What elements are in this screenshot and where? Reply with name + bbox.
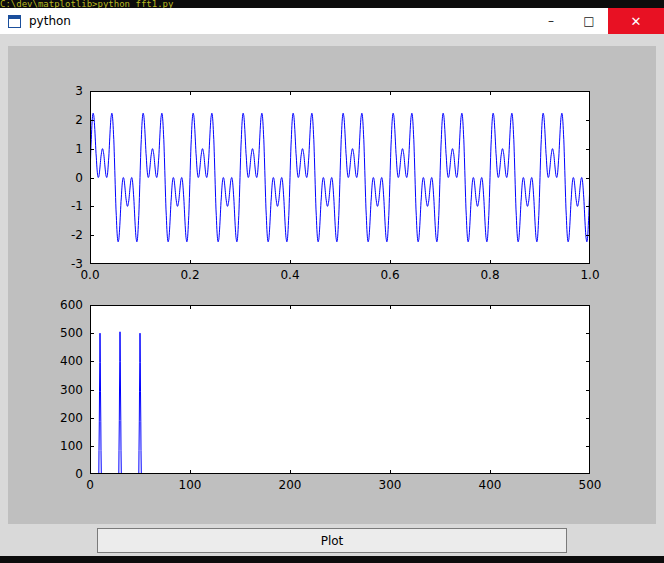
console-text: C:\dev\matplotlib>python fft1.py [0, 0, 173, 8]
y-tick-label: -3 [71, 257, 83, 271]
minimize-button[interactable]: – [532, 8, 570, 34]
spectrum-plot [90, 305, 590, 474]
y-tick-label: 1 [75, 142, 83, 156]
data-line [90, 332, 590, 474]
y-tick-label: -1 [71, 199, 83, 213]
close-icon: ✕ [631, 14, 642, 29]
window-title: python [29, 14, 71, 28]
waveform-plot [90, 91, 590, 264]
minimize-icon: – [548, 14, 554, 28]
y-tick-label: 300 [60, 383, 83, 397]
x-tick-label: 0.6 [380, 268, 399, 282]
x-tick-label: 0.4 [280, 268, 299, 282]
data-line [90, 113, 590, 242]
x-tick-label: 500 [579, 478, 602, 492]
maximize-button[interactable]: □ [570, 8, 608, 34]
y-tick-label: 2 [75, 113, 83, 127]
screen: C:\dev\matplotlib>python fft1.py python … [0, 0, 664, 563]
x-tick-label: 200 [279, 478, 302, 492]
background-console: C:\dev\matplotlib>python fft1.py [0, 0, 664, 8]
figure-canvas: 0.00.20.40.60.81.0-3-2-10123 01002003004… [8, 46, 656, 524]
y-tick-label: 0 [75, 171, 83, 185]
python-window: python – □ ✕ 0.00.20.40.60.81.0-3-2-1012… [0, 8, 664, 556]
y-tick-label: 100 [60, 439, 83, 453]
x-tick-label: 400 [479, 478, 502, 492]
x-tick-label: 0.0 [80, 268, 99, 282]
titlebar: python – □ ✕ [0, 8, 664, 34]
y-tick-label: 400 [60, 354, 83, 368]
y-tick-label: 500 [60, 326, 83, 340]
app-icon [8, 15, 21, 28]
client-area: 0.00.20.40.60.81.0-3-2-10123 01002003004… [0, 34, 664, 556]
y-tick-label: 3 [75, 84, 83, 98]
plot-button[interactable]: Plot [97, 528, 567, 553]
x-tick-label: 300 [379, 478, 402, 492]
maximize-icon: □ [583, 14, 594, 28]
x-tick-label: 0.2 [180, 268, 199, 282]
y-tick-label: 0 [75, 467, 83, 481]
waveform-axes: 0.00.20.40.60.81.0-3-2-10123 [90, 91, 590, 264]
window-controls: – □ ✕ [532, 8, 664, 34]
spectrum-axes: 01002003004005000100200300400500600 [90, 305, 590, 474]
x-tick-label: 1.0 [580, 268, 599, 282]
y-tick-label: -2 [71, 228, 83, 242]
x-tick-label: 100 [179, 478, 202, 492]
y-tick-label: 600 [60, 298, 83, 312]
close-button[interactable]: ✕ [608, 8, 664, 34]
x-tick-label: 0.8 [480, 268, 499, 282]
x-tick-label: 0 [86, 478, 94, 492]
y-tick-label: 200 [60, 411, 83, 425]
